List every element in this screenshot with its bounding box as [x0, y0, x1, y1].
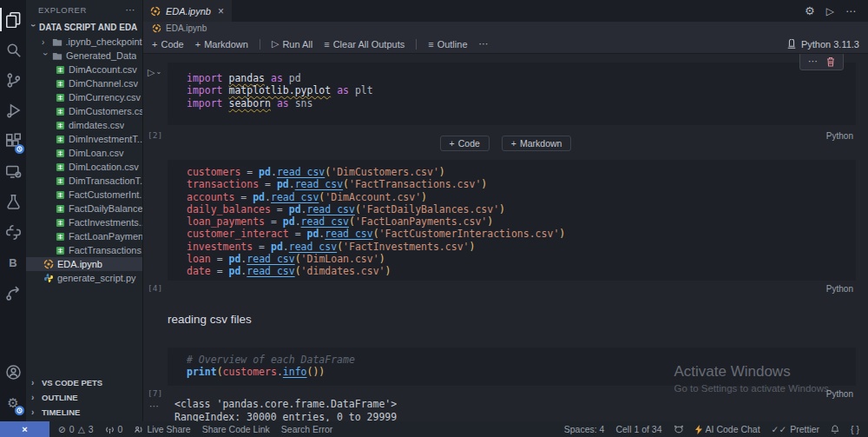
- prettier-button[interactable]: ✓✓ Prettier: [772, 424, 819, 434]
- cell-position-indicator[interactable]: Cell 1 of 34: [615, 424, 661, 434]
- cell-output: ⋯ <class 'pandas.core.frame.DataFrame'> …: [143, 398, 868, 421]
- cell-1-code[interactable]: import pandas as pdimport matplotlib.pyp…: [168, 63, 856, 125]
- csv-file-icon: [56, 107, 65, 116]
- run-all-icon: ▷: [272, 38, 279, 50]
- live-share-button[interactable]: Live Share: [134, 424, 190, 434]
- file-item-csv[interactable]: FactLoanPaymen...: [26, 229, 142, 243]
- editor-run-icon[interactable]: ▷: [826, 5, 834, 17]
- code-cell-1[interactable]: ▷⌄ import pandas as pdimport matplotlib.…: [143, 63, 868, 142]
- settings-gear-icon[interactable]: ⚙: [0, 387, 26, 418]
- add-markdown-button[interactable]: +Markdown: [195, 39, 248, 50]
- workspace-section-header[interactable]: › DATA SCRIPT AND EDA: [26, 19, 142, 35]
- file-item-csv[interactable]: FactDailyBalance...: [26, 202, 142, 215]
- editor-area: EDA.ipynb × ⚙ ▷ ⋯ EDA.ipynb +Code +Markd…: [143, 0, 868, 421]
- toolbar-more-icon[interactable]: ⋯: [479, 38, 489, 50]
- spaces-indicator[interactable]: Spaces: 4: [564, 424, 605, 434]
- execution-count: [4]: [148, 283, 162, 293]
- delete-cell-icon[interactable]: [826, 56, 835, 67]
- panel-vscode-pets[interactable]: ›VS CODE PETS: [26, 375, 142, 390]
- output-more-icon[interactable]: ⋯: [149, 401, 159, 412]
- bookmarks-icon[interactable]: B: [0, 248, 26, 278]
- file-item-notebook-selected[interactable]: EDA.ipynb: [26, 257, 142, 271]
- csv-file-icon: [56, 190, 65, 200]
- panel-timeline[interactable]: ›TIMELINE: [26, 405, 142, 420]
- panel-outline[interactable]: ›OUTLINE: [26, 390, 142, 405]
- cell-language-picker[interactable]: Python: [826, 284, 853, 294]
- remote-explorer-icon[interactable]: [0, 156, 26, 187]
- file-item-csv[interactable]: DimTransactionT...: [26, 174, 142, 188]
- notebook-file-icon: [152, 23, 161, 33]
- breadcrumb[interactable]: EDA.ipynb: [143, 22, 868, 35]
- run-debug-icon[interactable]: [0, 96, 26, 126]
- source-control-icon[interactable]: [0, 65, 26, 96]
- cell-more-icon[interactable]: ⋯: [808, 56, 818, 67]
- folder-item-checkpoints[interactable]: › .ipynb_checkpoints: [26, 35, 142, 49]
- search-icon[interactable]: [0, 35, 26, 65]
- file-item-csv[interactable]: FactInvestments....: [26, 215, 142, 229]
- chevron-right-icon: ›: [42, 37, 49, 47]
- share-icon[interactable]: [0, 278, 26, 308]
- copilot-cat-icon[interactable]: [674, 425, 684, 434]
- tab-close-icon[interactable]: ×: [218, 5, 224, 17]
- settings-update-badge: [15, 406, 24, 415]
- cell-2-code[interactable]: customers = pd.read_csv('DimCustomers.cs…: [168, 160, 856, 281]
- file-item-csv[interactable]: DimLoan.csv: [26, 146, 142, 160]
- editor-more-icon[interactable]: ⋯: [845, 5, 856, 17]
- insert-code-button[interactable]: +Code: [440, 136, 490, 151]
- activate-windows-watermark: Activate Windows Go to Settings to activ…: [674, 363, 832, 394]
- file-item-csv[interactable]: FactTransactions....: [26, 243, 142, 257]
- problems-indicator[interactable]: ⊘0 △3: [58, 424, 94, 434]
- share-code-link-button[interactable]: Share Code Link: [202, 424, 270, 434]
- notebook-toolbar: +Code +Markdown ▷Run All ≡Clear All Outp…: [143, 35, 868, 54]
- editor-gear-icon[interactable]: ⚙: [805, 4, 815, 17]
- add-code-button[interactable]: +Code: [152, 39, 184, 50]
- output-line: <class 'pandas.core.frame.DataFrame'>: [174, 398, 868, 411]
- notebook-file-icon: [43, 259, 54, 269]
- code-cell-2[interactable]: customers = pd.read_csv('DimCustomers.cs…: [143, 160, 868, 295]
- account-icon[interactable]: [0, 357, 26, 387]
- chevron-down-icon: ›: [41, 52, 50, 59]
- folder-item-generated-data[interactable]: › Generated_Data: [26, 49, 142, 63]
- csv-file-icon: [56, 135, 65, 144]
- ports-indicator[interactable]: 0: [105, 424, 123, 434]
- plus-icon: +: [152, 39, 157, 50]
- remote-indicator[interactable]: ×: [0, 421, 49, 437]
- explorer-sidebar: EXPLORER ⋯ › DATA SCRIPT AND EDA › .ipyn…: [26, 0, 143, 421]
- csv-file-icon: [56, 232, 65, 242]
- explorer-more-icon[interactable]: ⋯: [126, 4, 136, 16]
- testing-icon[interactable]: [0, 187, 26, 217]
- plus-icon: +: [195, 39, 201, 50]
- markdown-cell[interactable]: reading csv files: [168, 313, 252, 326]
- extensions-update-badge: [15, 144, 24, 154]
- tab-eda-ipynb[interactable]: EDA.ipynb ×: [143, 0, 232, 22]
- file-item-csv[interactable]: DimCurrency.csv: [26, 90, 142, 104]
- run-all-button[interactable]: ▷Run All: [272, 38, 312, 50]
- file-item-csv[interactable]: FactCustomerInt...: [26, 188, 142, 202]
- sidebar-bottom-panels: ›VS CODE PETS ›OUTLINE ›TIMELINE: [26, 375, 142, 421]
- insert-markdown-button[interactable]: +Markdown: [502, 136, 572, 151]
- file-item-csv[interactable]: DimChannel.csv: [26, 76, 142, 90]
- search-error-button[interactable]: Search Error: [281, 424, 333, 434]
- run-cell-button[interactable]: ▷⌄: [148, 67, 161, 78]
- braces-indicator[interactable]: { }: [851, 424, 859, 434]
- csv-file-icon: [56, 121, 65, 130]
- notifications-bell-icon[interactable]: [831, 425, 839, 434]
- file-item-csv[interactable]: DimInvestmentT...: [26, 132, 142, 146]
- file-item-csv[interactable]: DimLocation.csv: [26, 160, 142, 174]
- explorer-title: EXPLORER: [38, 5, 87, 15]
- tab-bar: EDA.ipynb × ⚙ ▷ ⋯: [143, 0, 868, 22]
- outline-button[interactable]: ≡Outline: [428, 39, 467, 50]
- ai-code-chat-button[interactable]: AI Code Chat: [695, 424, 760, 434]
- kernel-picker[interactable]: Python 3.11.3: [786, 39, 859, 50]
- outline-icon: ≡: [428, 39, 433, 50]
- file-item-python-script[interactable]: generate_script.py: [26, 271, 142, 285]
- status-bar: × ⊘0 △3 0 Live Share Share Code Link Sea…: [0, 421, 868, 437]
- python-icon[interactable]: [0, 217, 26, 248]
- file-item-csv[interactable]: DimCustomers.csv: [26, 104, 142, 118]
- file-item-csv[interactable]: DimAccount.csv: [26, 63, 142, 76]
- clear-all-outputs-button[interactable]: ≡Clear All Outputs: [324, 39, 404, 50]
- explorer-icon[interactable]: [0, 4, 26, 35]
- extensions-icon[interactable]: [0, 126, 26, 156]
- file-item-csv[interactable]: dimdates.csv: [26, 118, 142, 132]
- csv-file-icon: [56, 93, 65, 103]
